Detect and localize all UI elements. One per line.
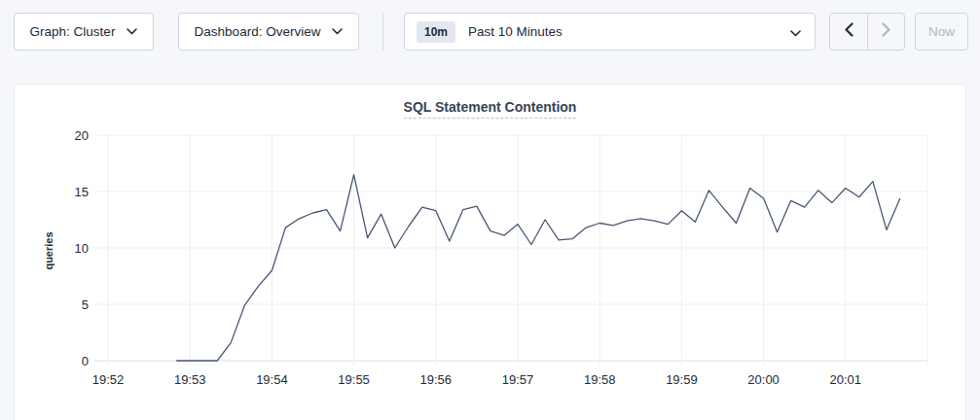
prev-time-button[interactable] <box>830 14 867 50</box>
x-tick-label: 19:57 <box>502 372 534 387</box>
dashboard-dropdown[interactable]: Dashboard: Overview <box>178 13 359 51</box>
chevron-right-icon <box>882 22 890 41</box>
y-tick-label: 20 <box>75 128 89 143</box>
x-tick-label: 19:53 <box>174 372 206 387</box>
x-tick-label: 20:01 <box>830 372 862 387</box>
time-step-button-group <box>829 13 905 51</box>
chevron-down-icon <box>790 23 801 41</box>
toolbar-divider <box>382 13 383 51</box>
chevron-down-icon <box>127 28 137 35</box>
chevron-down-icon <box>332 28 343 35</box>
time-range-label: Past 10 Minutes <box>468 24 790 39</box>
graph-dropdown[interactable]: Graph: Cluster <box>14 13 154 51</box>
graph-dropdown-label: Graph: Cluster <box>30 24 116 39</box>
x-tick-label: 19:59 <box>666 372 698 387</box>
x-tick-label: 19:56 <box>420 372 453 387</box>
x-tick-label: 19:55 <box>338 372 370 387</box>
series-line <box>176 175 900 361</box>
y-tick-label: 0 <box>82 354 89 368</box>
x-tick-label: 19:58 <box>584 372 616 387</box>
x-tick-label: 19:52 <box>92 372 125 387</box>
x-tick-label: 20:00 <box>747 372 780 387</box>
y-tick-label: 5 <box>82 298 89 312</box>
x-tick-label: 19:54 <box>256 372 288 387</box>
time-range-dropdown[interactable]: 10m Past 10 Minutes <box>404 13 816 51</box>
now-button[interactable]: Now <box>915 13 968 51</box>
y-tick-label: 15 <box>75 185 89 199</box>
next-time-button[interactable] <box>867 14 904 50</box>
toolbar: Graph: Cluster Dashboard: Overview 10m P… <box>0 0 980 64</box>
chevron-left-icon <box>845 22 853 41</box>
now-button-label: Now <box>928 24 955 39</box>
time-range-badge: 10m <box>417 21 455 43</box>
y-tick-label: 10 <box>75 241 89 256</box>
chart-panel: SQL Statement Contention queries 0510152… <box>14 84 966 420</box>
dashboard-dropdown-label: Dashboard: Overview <box>195 24 321 39</box>
line-chart: 0510152019:5219:5319:5419:5519:5619:5719… <box>15 85 965 405</box>
